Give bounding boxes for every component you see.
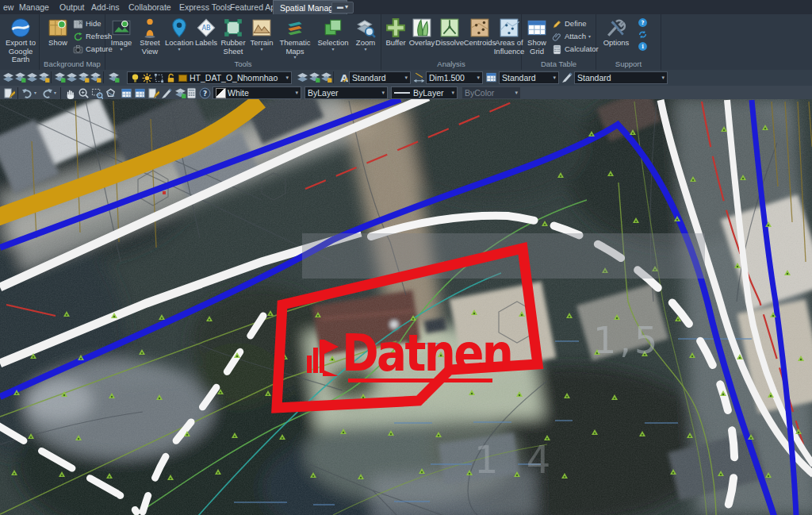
layer-properties-icon[interactable] bbox=[2, 71, 14, 83]
help-icon[interactable] bbox=[638, 17, 648, 28]
edit-attributes-icon[interactable] bbox=[3, 87, 15, 99]
dim-style-icon[interactable] bbox=[413, 71, 425, 83]
layer-match-icon[interactable] bbox=[308, 71, 320, 83]
pan-icon[interactable] bbox=[64, 87, 76, 99]
street-view-button[interactable]: Street View bbox=[136, 17, 164, 56]
redo-dropdown-icon[interactable]: ▾ bbox=[54, 90, 56, 95]
chevron-down-icon: ▾ bbox=[331, 48, 334, 52]
layer-copy-icon[interactable] bbox=[320, 71, 332, 83]
mleader-style-combo[interactable]: Standard▾ bbox=[574, 71, 668, 84]
sheet-calc-icon[interactable] bbox=[174, 87, 186, 99]
data-links-icon[interactable] bbox=[147, 87, 159, 99]
map-canvas: 1,5 1 4 bbox=[0, 99, 812, 515]
color-swatch bbox=[216, 88, 226, 98]
export-google-earth-button[interactable]: Export to Google Earth bbox=[6, 17, 35, 64]
layer-off-icon[interactable] bbox=[66, 71, 78, 83]
lineweight-glyph bbox=[394, 92, 410, 94]
chevron-down-icon: ▾ bbox=[364, 48, 366, 52]
zoom-window-icon[interactable] bbox=[91, 87, 103, 99]
buffer-button[interactable]: Buffer bbox=[384, 17, 408, 48]
layer-states-icon[interactable] bbox=[14, 71, 26, 83]
table-cells-icon[interactable] bbox=[134, 87, 146, 99]
ribbon: AB ? i bbox=[0, 14, 812, 71]
contour-label: 1 4 bbox=[474, 437, 558, 482]
selection-button[interactable]: Selection▾ bbox=[315, 17, 351, 52]
table-style-icon[interactable] bbox=[485, 71, 497, 83]
undo-icon[interactable] bbox=[21, 87, 33, 99]
chevron-down-icon: ▾ bbox=[178, 48, 180, 52]
menu-item-output[interactable]: Output bbox=[56, 0, 88, 14]
zoom-realtime-icon[interactable] bbox=[78, 87, 90, 99]
plot-style-combo: ByColor▾ bbox=[462, 86, 521, 99]
zoom-extents-icon[interactable] bbox=[105, 87, 117, 99]
chevron-down-icon: ▾ bbox=[588, 35, 591, 39]
mleader-style-icon[interactable] bbox=[561, 71, 573, 83]
lineweight-combo[interactable]: ByLayer▾ bbox=[391, 86, 458, 99]
options-button[interactable]: Options bbox=[601, 17, 631, 48]
layer-unlock-icon[interactable] bbox=[90, 71, 102, 83]
chevron-down-icon: ▾ bbox=[285, 75, 289, 81]
show-grid-button[interactable]: Show Grid bbox=[525, 17, 549, 56]
sync-icon[interactable] bbox=[638, 29, 648, 40]
image-button[interactable]: Image▾ bbox=[109, 17, 134, 52]
layer-unlocked-icon bbox=[166, 73, 176, 83]
overlay-button[interactable]: Overlay bbox=[408, 17, 435, 48]
undo-dropdown-icon[interactable]: ▾ bbox=[34, 90, 36, 95]
define-button[interactable]: Define bbox=[552, 18, 586, 29]
help-circle-icon[interactable] bbox=[199, 87, 211, 99]
contour-label: 1,5 bbox=[593, 319, 661, 362]
layer-isolate-icon[interactable] bbox=[26, 71, 38, 83]
location-button[interactable]: Location▾ bbox=[166, 17, 193, 52]
menu-item-express-tools[interactable]: Express Tools bbox=[176, 0, 234, 14]
dim-style-combo[interactable]: Dim1.500▾ bbox=[426, 71, 483, 84]
layers-toolbar: HT_DAT_O_Nhomnhao ▾ Standard▾ Dim1.500▾ … bbox=[0, 70, 812, 86]
layer-thaw-icon bbox=[142, 73, 152, 83]
menu-item-addins[interactable]: Add-ins bbox=[88, 0, 123, 14]
layer-lock-icon[interactable] bbox=[78, 71, 90, 83]
annotate-icon[interactable] bbox=[161, 87, 173, 99]
text-style-icon[interactable] bbox=[336, 71, 348, 83]
table-icon[interactable] bbox=[121, 87, 132, 99]
spatial-manager-window: ew Manage Output Add-ins Collaborate Exp… bbox=[0, 0, 812, 515]
layer-unisolate-icon[interactable] bbox=[38, 71, 50, 83]
menu-item-manage[interactable]: Manage bbox=[16, 0, 52, 14]
chevron-down-icon: ▾ bbox=[260, 48, 262, 52]
menu-item-collaborate[interactable]: Collaborate bbox=[125, 0, 174, 14]
layer-combo[interactable]: HT_DAT_O_Nhomnhao ▾ bbox=[127, 71, 292, 84]
thematic-maps-button[interactable]: Thematic Maps▾ bbox=[277, 17, 313, 60]
layer-freeze-icon[interactable] bbox=[54, 71, 66, 83]
linetype-combo[interactable]: ByLayer▾ bbox=[304, 86, 388, 99]
table-style-combo[interactable]: Standard▾ bbox=[499, 71, 559, 84]
chevron-down-icon: ▾ bbox=[553, 75, 556, 81]
chevron-down-icon: ▾ bbox=[515, 90, 518, 96]
menu-bar: ew Manage Output Add-ins Collaborate Exp… bbox=[0, 0, 812, 15]
text-style-combo[interactable]: Standard▾ bbox=[349, 71, 411, 84]
rubber-sheet-button[interactable]: Rubber Sheet bbox=[219, 17, 247, 56]
chevron-down-icon: ▾ bbox=[477, 75, 480, 81]
redo-icon[interactable] bbox=[41, 87, 53, 99]
chevron-down-icon: ▾ bbox=[404, 75, 408, 81]
map-viewport[interactable]: 1,5 1 4 Datnen bbox=[0, 99, 812, 515]
dissolve-button[interactable]: Dissolve bbox=[435, 17, 464, 48]
zoom-button[interactable]: Zoom▾ bbox=[353, 17, 378, 52]
show-background-map-button[interactable]: Show bbox=[44, 17, 71, 48]
ribbon-display-toggle[interactable]: ▬ ▾ bbox=[331, 2, 354, 13]
centroids-button[interactable]: Centroids bbox=[464, 17, 496, 48]
layer-viewport-icon bbox=[154, 73, 164, 83]
terrain-button[interactable]: Terrain▾ bbox=[248, 17, 275, 52]
hide-button[interactable]: Hide bbox=[73, 18, 102, 29]
layer-color-swatch bbox=[178, 73, 188, 83]
areas-of-influence-button[interactable]: Areas of Influence bbox=[496, 17, 523, 56]
chevron-down-icon: ▾ bbox=[120, 48, 122, 52]
chevron-down-icon: ▾ bbox=[451, 90, 454, 96]
layer-on-icon bbox=[130, 73, 140, 83]
attach-button[interactable]: Attach▾ bbox=[552, 31, 591, 42]
menu-item-view[interactable]: ew bbox=[0, 0, 17, 14]
object-color-combo[interactable]: White▾ bbox=[213, 86, 301, 99]
layer-previous-icon[interactable] bbox=[297, 71, 308, 83]
calculator-icon[interactable] bbox=[186, 87, 197, 99]
calculator-button[interactable]: Calculator bbox=[552, 44, 599, 55]
make-layer-current-icon[interactable] bbox=[108, 71, 120, 83]
info-icon[interactable] bbox=[638, 41, 648, 52]
labels-button[interactable]: Labels bbox=[194, 17, 218, 48]
